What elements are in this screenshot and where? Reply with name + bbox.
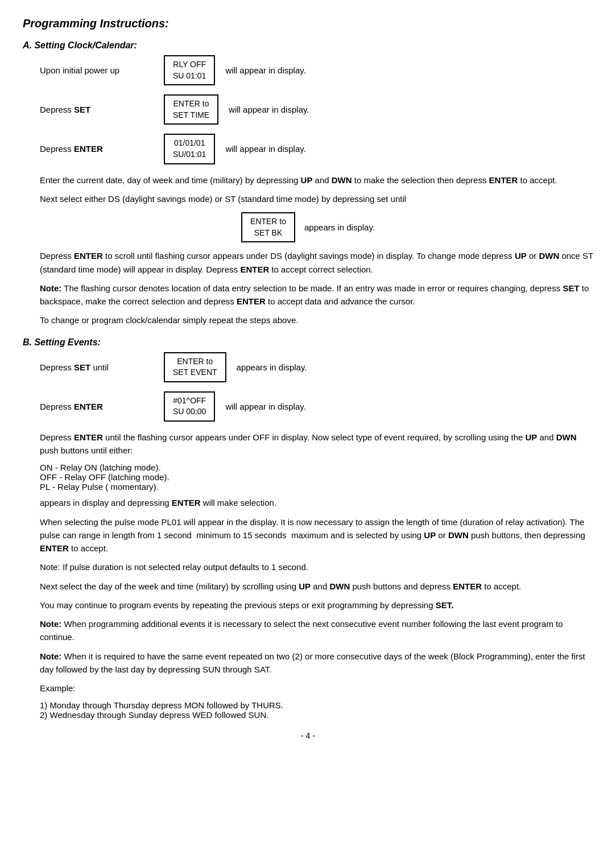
row-depress-set: Depress SET ENTER to SET TIME will appea… bbox=[40, 94, 593, 125]
display-set-bk: ENTER to SET BK bbox=[241, 212, 295, 242]
display-date: 01/01/01 SU/01:01 bbox=[164, 134, 215, 164]
row-depress-enter-a: Depress ENTER 01/01/01 SU/01:01 will app… bbox=[40, 134, 593, 164]
list-item-off: OFF - Relay OFF (latching mode). bbox=[40, 472, 593, 482]
section-a-para2: Next select either DS (daylight savings … bbox=[40, 192, 593, 205]
section-a-para3: Depress ENTER to scroll until flashing c… bbox=[40, 249, 593, 276]
depress-enter-label-a: Depress ENTER bbox=[40, 144, 154, 154]
display-set-event: ENTER to SET EVENT bbox=[164, 352, 226, 382]
depress-enter-label-b: Depress ENTER bbox=[40, 402, 154, 411]
example-line-2: 2) Wednesday through Sunday depress WED … bbox=[40, 710, 593, 720]
section-a-note2: To change or program clock/calendar simp… bbox=[40, 313, 593, 327]
section-a-title: A. Setting Clock/Calendar: bbox=[23, 40, 593, 51]
display-event-off: #01^OFF SU 00:00 bbox=[164, 391, 215, 422]
section-b-para3: When selecting the pulse mode PL01 will … bbox=[40, 515, 593, 555]
example-line-1: 1) Monday through Thursday depress MON f… bbox=[40, 700, 593, 710]
section-a-para1: Enter the current date, day of week and … bbox=[40, 174, 593, 187]
list-item-pl: PL - Relay Pulse ( momentary). bbox=[40, 482, 593, 492]
row-depress-enter-b: Depress ENTER #01^OFF SU 00:00 will appe… bbox=[40, 391, 593, 422]
initial-power-label: Upon initial power up bbox=[40, 65, 154, 75]
section-a: A. Setting Clock/Calendar: Upon initial … bbox=[23, 40, 593, 327]
section-b-para5: You may continue to program events by re… bbox=[40, 599, 593, 612]
section-b-para4: Next select the day of the week and time… bbox=[40, 580, 593, 593]
section-a-note1: Note: The flashing cursor denotes locati… bbox=[40, 282, 593, 308]
enter-bold-b: ENTER bbox=[74, 402, 103, 411]
row-b1-suffix: appears in display. bbox=[237, 362, 307, 372]
depress-set-label: Depress SET bbox=[40, 105, 154, 114]
section-b: B. Setting Events: Depress SET until ENT… bbox=[23, 337, 593, 720]
row3-suffix: will appear in display. bbox=[225, 144, 305, 154]
section-b-note-block: Note: When it is required to have the sa… bbox=[40, 650, 593, 676]
center-display-set-bk: ENTER to SET BK appears in display. bbox=[23, 212, 593, 242]
section-b-note-pulse: Note: If pulse duration is not selected … bbox=[40, 560, 593, 573]
set-bk-suffix: appears in display. bbox=[304, 222, 375, 232]
event-type-list: ON - Relay ON (latching mode). OFF - Rel… bbox=[40, 463, 593, 492]
enter-bold-a: ENTER bbox=[74, 144, 103, 154]
page-title: Programming Instructions: bbox=[23, 17, 593, 30]
example-label: Example: bbox=[40, 682, 593, 695]
row-b2-suffix: will appear in display. bbox=[225, 402, 305, 411]
row-depress-set-b: Depress SET until ENTER to SET EVENT app… bbox=[40, 352, 593, 382]
display-enter-set-time: ENTER to SET TIME bbox=[164, 94, 218, 125]
row-initial-power: Upon initial power up RLY OFF SU 01:01 w… bbox=[40, 55, 593, 85]
section-b-para1: Depress ENTER until the flashing cursor … bbox=[40, 431, 593, 457]
list-item-on: ON - Relay ON (latching mode). bbox=[40, 463, 593, 472]
page-number: - 4 - bbox=[23, 731, 593, 740]
row1-suffix: will appear in display. bbox=[225, 65, 305, 75]
set-bold-b: SET bbox=[74, 362, 90, 372]
display-rly-off: RLY OFF SU 01:01 bbox=[164, 55, 215, 85]
example-list: 1) Monday through Thursday depress MON f… bbox=[40, 700, 593, 720]
section-b-title: B. Setting Events: bbox=[23, 337, 593, 348]
section-b-note-additional: Note: When programming additional events… bbox=[40, 617, 593, 644]
section-b-para2: appears in display and depressing ENTER … bbox=[40, 496, 593, 509]
set-bold: SET bbox=[74, 105, 90, 114]
row2-suffix: will appear in display. bbox=[229, 105, 309, 114]
depress-set-until-label: Depress SET until bbox=[40, 362, 154, 372]
